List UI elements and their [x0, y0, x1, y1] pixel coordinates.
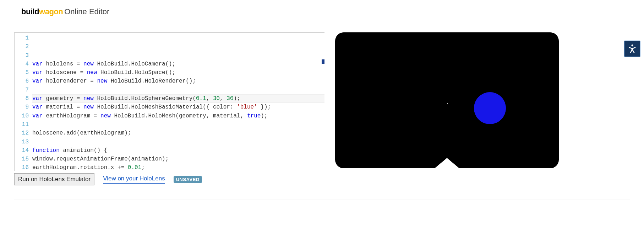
- line-number: 3: [15, 51, 29, 60]
- line-number: 8: [15, 94, 29, 103]
- line-number: 4: [15, 60, 29, 68]
- line-number: 6: [15, 77, 29, 85]
- code-line[interactable]: var holoscene = new HoloBuild.HoloSpace(…: [32, 68, 324, 77]
- footer-divider: [14, 200, 630, 200]
- line-number: 9: [15, 103, 29, 111]
- logo-suffix: Online Editor: [64, 7, 109, 16]
- accessibility-button[interactable]: [624, 41, 640, 57]
- line-number: 10: [15, 112, 29, 120]
- code-line[interactable]: holoscene.add(earthHologram);: [32, 129, 324, 137]
- preview-cursor-dot: [447, 103, 448, 104]
- header: buildwagonOnline Editor: [14, 4, 630, 23]
- preview-nose-notch: [434, 158, 460, 168]
- line-gutter: 12345678910111213141516: [15, 33, 32, 171]
- logo-part1: build: [21, 7, 39, 16]
- code-editor[interactable]: 12345678910111213141516 var hololens = n…: [14, 32, 324, 171]
- line-number: 5: [15, 68, 29, 77]
- line-number: 1: [15, 34, 29, 42]
- accessibility-icon: [627, 44, 637, 54]
- run-emulator-button[interactable]: Run on HoloLens Emulator: [14, 173, 94, 185]
- code-line[interactable]: var holorenderer = new HoloBuild.HoloRen…: [32, 77, 324, 85]
- line-number: 15: [15, 155, 29, 163]
- code-line[interactable]: function animation() {: [32, 146, 324, 155]
- svg-point-0: [631, 44, 633, 46]
- line-number: 7: [15, 86, 29, 94]
- preview-sphere: [474, 92, 506, 124]
- line-number: 11: [15, 120, 29, 129]
- line-number: 14: [15, 146, 29, 155]
- code-line[interactable]: [32, 138, 324, 146]
- line-number: 12: [15, 129, 29, 137]
- save-status-badge: UNSAVED: [174, 176, 202, 183]
- code-line[interactable]: var earthHologram = new HoloBuild.HoloMe…: [32, 112, 324, 120]
- code-line[interactable]: window.requestAnimationFrame(animation);: [32, 155, 324, 163]
- hololens-preview-viewport[interactable]: [335, 32, 559, 168]
- code-content[interactable]: var hololens = new HoloBuild.HoloCamera(…: [32, 33, 324, 171]
- logo-part2: wagon: [39, 7, 63, 16]
- code-line[interactable]: var geometry = new HoloBuild.HoloSphereG…: [32, 94, 324, 103]
- line-number: 13: [15, 138, 29, 146]
- code-line[interactable]: [32, 120, 324, 129]
- editor-actions: Run on HoloLens Emulator View on your Ho…: [14, 173, 324, 185]
- view-hololens-link[interactable]: View on your HoloLens: [103, 175, 165, 184]
- line-number: 2: [15, 42, 29, 51]
- line-number: 16: [15, 163, 29, 171]
- code-line[interactable]: var hololens = new HoloBuild.HoloCamera(…: [32, 60, 324, 68]
- logo: buildwagonOnline Editor: [21, 7, 109, 16]
- code-line[interactable]: var material = new HoloBuild.HoloMeshBas…: [32, 103, 324, 111]
- code-line[interactable]: earthHologram.rotation.x += 0.01;: [32, 163, 324, 171]
- code-line[interactable]: [32, 86, 324, 94]
